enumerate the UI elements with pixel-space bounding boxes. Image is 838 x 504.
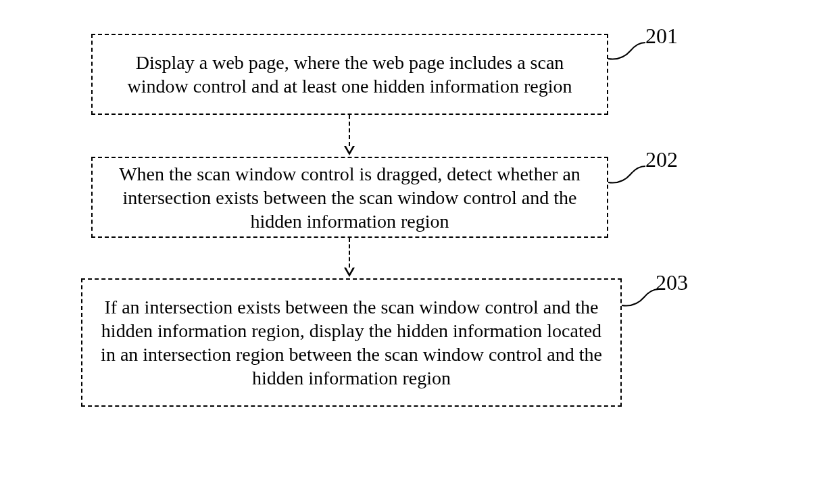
- step-box-2: When the scan window control is dragged,…: [91, 157, 608, 238]
- step-box-1: Display a web page, where the web page i…: [91, 34, 608, 115]
- connector-2-3: [344, 238, 355, 277]
- connector-1-2: [344, 115, 355, 155]
- callout-2: [605, 161, 652, 188]
- callout-3: [618, 284, 666, 311]
- connector-line: [349, 115, 350, 146]
- connector-line: [349, 238, 350, 268]
- step-box-3: If an intersection exists between the sc…: [81, 278, 622, 407]
- arrowhead-icon: [344, 268, 355, 277]
- callout-1: [605, 37, 652, 64]
- step-text-3: If an intersection exists between the sc…: [96, 295, 607, 390]
- step-text-1: Display a web page, where the web page i…: [106, 51, 593, 98]
- arrowhead-icon: [344, 146, 355, 155]
- step-text-2: When the scan window control is dragged,…: [106, 162, 593, 233]
- flowchart: Display a web page, where the web page i…: [0, 0, 838, 504]
